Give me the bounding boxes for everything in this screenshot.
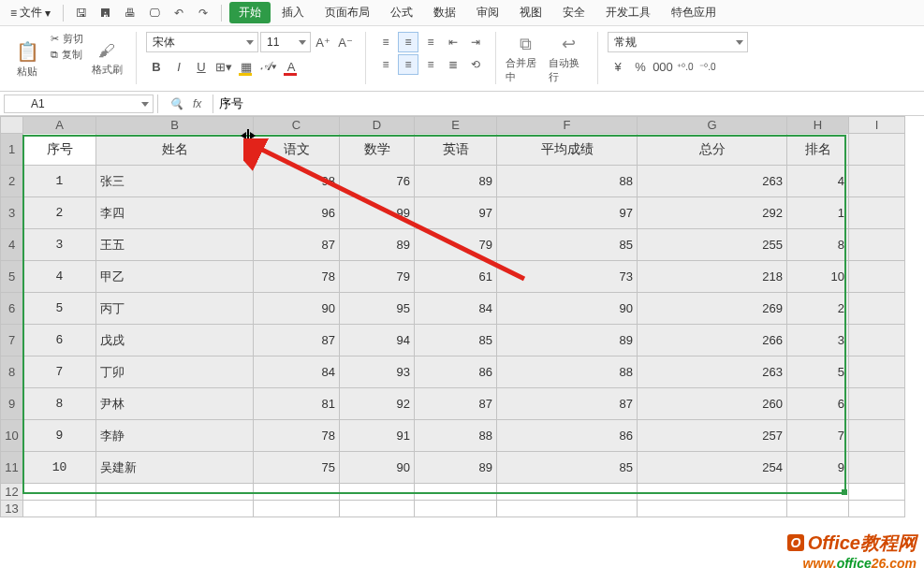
border-button[interactable]: ⊞▾ [213, 56, 234, 77]
cell[interactable]: 86 [415, 356, 497, 388]
row-header-3[interactable]: 3 [1, 197, 23, 229]
cell[interactable] [849, 501, 905, 517]
ribbon-tab-6[interactable]: 视图 [510, 2, 551, 23]
row-header-7[interactable]: 7 [1, 325, 23, 356]
ribbon-tab-2[interactable]: 页面布局 [315, 2, 379, 23]
column-header-I[interactable]: I [849, 117, 905, 134]
percent-button[interactable]: % [630, 56, 651, 77]
cell[interactable]: 263 [638, 166, 787, 197]
cell[interactable] [96, 484, 254, 501]
indent-decrease-icon[interactable]: ⇤ [443, 32, 463, 52]
header-cell[interactable]: 英语 [415, 134, 497, 166]
redo-icon[interactable]: ↷ [193, 3, 213, 23]
cell[interactable]: 9 [787, 452, 849, 484]
select-all-corner[interactable] [1, 117, 23, 134]
bold-button[interactable]: B [146, 56, 167, 77]
ribbon-tab-7[interactable]: 安全 [553, 2, 594, 23]
cell[interactable]: 2 [23, 197, 96, 229]
print-preview-icon[interactable]: 🖵 [144, 3, 165, 23]
cell[interactable]: 292 [638, 197, 787, 229]
italic-button[interactable]: I [169, 56, 189, 77]
spreadsheet-grid[interactable]: ABCDEFGHI1序号姓名语文数学英语平均成绩总分排名21张三98768988… [0, 116, 905, 517]
cell[interactable]: 98 [254, 166, 340, 197]
cell[interactable]: 93 [340, 356, 415, 388]
ribbon-tab-0[interactable]: 开始 [229, 2, 271, 23]
cell[interactable]: 266 [638, 325, 787, 356]
cell[interactable]: 97 [497, 197, 638, 229]
decrease-decimal-button[interactable]: ⁻⁰.0 [697, 56, 718, 77]
cell[interactable] [849, 420, 905, 452]
cell[interactable]: 5 [787, 356, 849, 388]
cut-button[interactable]: ✂剪切 [51, 32, 83, 46]
ribbon-tab-4[interactable]: 数据 [424, 2, 465, 23]
font-effects-button[interactable]: 𝒜▾ [258, 56, 279, 77]
cell[interactable]: 尹林 [96, 388, 254, 420]
cell[interactable] [849, 452, 905, 484]
column-header-H[interactable]: H [787, 117, 849, 134]
cell[interactable]: 96 [254, 197, 340, 229]
ribbon-tab-8[interactable]: 开发工具 [596, 2, 660, 23]
font-name-select[interactable]: 宋体 [146, 32, 258, 52]
cell[interactable]: 218 [638, 261, 787, 293]
cell[interactable] [849, 293, 905, 325]
column-header-D[interactable]: D [340, 117, 415, 134]
save-icon[interactable]: 🖫 [71, 3, 92, 23]
column-header-G[interactable]: G [638, 117, 787, 134]
row-header-11[interactable]: 11 [1, 452, 23, 484]
cell[interactable]: 84 [415, 293, 497, 325]
cell[interactable] [415, 501, 497, 517]
cell[interactable]: 10 [787, 261, 849, 293]
cell[interactable] [849, 484, 905, 501]
column-header-F[interactable]: F [497, 117, 638, 134]
cell[interactable]: 6 [23, 325, 96, 356]
cell[interactable]: 89 [497, 325, 638, 356]
cell[interactable]: 李四 [96, 197, 254, 229]
cell[interactable] [849, 229, 905, 261]
cell[interactable]: 3 [787, 325, 849, 356]
header-cell[interactable]: 总分 [638, 134, 787, 166]
row-header-10[interactable]: 10 [1, 420, 23, 452]
cell[interactable]: 4 [23, 261, 96, 293]
justify-icon[interactable]: ≣ [443, 54, 463, 75]
cell[interactable]: 92 [340, 388, 415, 420]
row-header-5[interactable]: 5 [1, 261, 23, 293]
header-cell[interactable]: 平均成绩 [497, 134, 638, 166]
ribbon-tab-5[interactable]: 审阅 [467, 2, 508, 23]
orientation-icon[interactable]: ⟲ [465, 54, 486, 75]
cell[interactable] [787, 484, 849, 501]
thousand-button[interactable]: 000 [653, 56, 673, 77]
header-cell[interactable]: 序号 [23, 134, 96, 166]
cell[interactable]: 88 [415, 420, 497, 452]
cell[interactable]: 吴建新 [96, 452, 254, 484]
row-header-2[interactable]: 2 [1, 166, 23, 197]
cell[interactable]: 8 [23, 388, 96, 420]
increase-font-icon[interactable]: A⁺ [313, 32, 333, 52]
cell[interactable]: 90 [340, 452, 415, 484]
cell[interactable]: 99 [340, 197, 415, 229]
cell[interactable] [849, 197, 905, 229]
cell[interactable]: 5 [23, 293, 96, 325]
undo-icon[interactable]: ↶ [169, 3, 189, 23]
cell[interactable] [340, 484, 415, 501]
cell[interactable]: 王五 [96, 229, 254, 261]
cell[interactable]: 85 [497, 229, 638, 261]
cell[interactable] [254, 484, 340, 501]
cell[interactable]: 89 [415, 166, 497, 197]
cell[interactable]: 257 [638, 420, 787, 452]
file-menu[interactable]: ≡ 文件 ▾ [6, 5, 55, 21]
row-header-4[interactable]: 4 [1, 229, 23, 261]
cell[interactable] [497, 501, 638, 517]
cell[interactable]: 260 [638, 388, 787, 420]
font-color-button[interactable]: A [281, 56, 301, 77]
row-header-6[interactable]: 6 [1, 293, 23, 325]
cell[interactable]: 61 [415, 261, 497, 293]
cell[interactable] [849, 261, 905, 293]
cell[interactable]: 73 [497, 261, 638, 293]
row-header-9[interactable]: 9 [1, 388, 23, 420]
cell[interactable]: 丁卯 [96, 356, 254, 388]
column-header-C[interactable]: C [254, 117, 340, 134]
cell[interactable]: 84 [254, 356, 340, 388]
cell[interactable]: 91 [340, 420, 415, 452]
cell[interactable]: 89 [415, 452, 497, 484]
cell[interactable] [638, 484, 787, 501]
